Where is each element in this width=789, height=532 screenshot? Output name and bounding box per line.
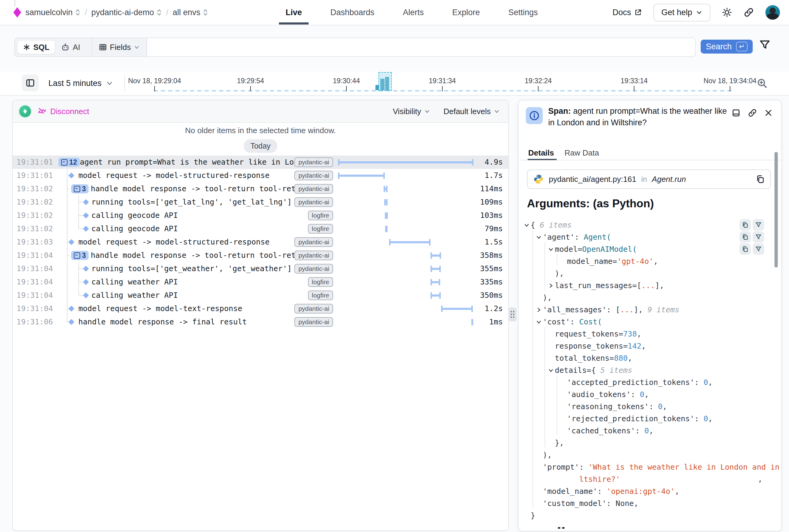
time-range-label: Last 5 minutes — [49, 79, 102, 88]
logfire-logo-icon[interactable] — [13, 7, 21, 18]
trace-row[interactable]: 19:31:04calling weather APIlogfire350ms — [13, 289, 508, 302]
chevron-right-icon[interactable] — [535, 304, 543, 316]
code-segment: 'audio_tokens': — [567, 388, 640, 401]
breadcrumb-org[interactable]: samuelcolvin — [25, 8, 80, 17]
trace-row-tag[interactable]: pydantic-ai — [294, 251, 333, 260]
code-segment: 0 — [644, 425, 649, 437]
chevron-down-icon[interactable] — [523, 219, 531, 231]
trace-row[interactable]: 19:31:02calling geocode APIlogfire79ms — [13, 222, 508, 235]
breadcrumb-org-label: samuelcolvin — [25, 8, 73, 17]
chevron-down-icon[interactable] — [547, 364, 555, 377]
nav-tab-settings[interactable]: Settings — [507, 1, 539, 24]
nav-tab-live[interactable]: Live — [284, 1, 303, 24]
breadcrumb-project[interactable]: pydantic-ai-demo — [91, 8, 162, 17]
trace-row-tag[interactable]: pydantic-ai — [294, 197, 333, 207]
trace-row-duration: 1.2s — [485, 302, 503, 315]
get-help-button[interactable]: Get help — [653, 4, 710, 21]
trace-row-tag[interactable]: pydantic-ai — [294, 304, 333, 314]
trace-row[interactable]: 19:31:04running tools=['get_weather', 'g… — [13, 262, 508, 276]
trace-row-tag[interactable]: pydantic-ai — [294, 264, 333, 273]
trace-row-tag[interactable]: pydantic-ai — [294, 184, 333, 194]
copy-value-button[interactable] — [739, 219, 751, 231]
breadcrumb-env[interactable]: all envs — [173, 8, 208, 17]
header-actions: Docs Get help — [612, 0, 780, 25]
filter-value-button[interactable] — [753, 219, 764, 231]
code-line: 'accepted_prediction_tokens': 0, — [520, 377, 779, 388]
collapse-badge[interactable]: 3 — [71, 184, 89, 193]
close-panel-button[interactable] — [764, 108, 773, 117]
trace-row-tag[interactable]: logfire — [308, 277, 333, 287]
chevron-right-icon[interactable] — [547, 280, 555, 292]
trace-row[interactable]: 19:31:02calling geocode APIlogfire103ms — [13, 209, 508, 222]
disconnect-button[interactable]: Disconnect — [38, 107, 89, 116]
copy-source-button[interactable] — [756, 175, 765, 184]
theme-toggle-button[interactable] — [722, 7, 732, 18]
fields-dropdown[interactable]: Fields — [92, 38, 147, 56]
trace-row-tag[interactable]: logfire — [308, 211, 333, 220]
trace-row[interactable]: 19:31:06handle model response -> final r… — [13, 315, 508, 329]
code-segment: { — [531, 219, 540, 231]
trace-row-tag[interactable]: pydantic-ai — [294, 237, 333, 247]
trace-row[interactable]: 19:31:03model request -> model-structure… — [13, 235, 508, 249]
zoom-in-button[interactable] — [756, 77, 768, 89]
main-nav: Live Dashboards Alerts Explore Settings — [284, 0, 539, 25]
copy-value-button[interactable] — [739, 243, 751, 255]
docs-link[interactable]: Docs — [612, 8, 642, 17]
ai-mode-button[interactable]: AI — [55, 41, 86, 54]
trace-row-tag[interactable]: logfire — [308, 224, 333, 234]
trace-row[interactable]: 19:31:02running tools=['get_lat_lng', 'g… — [13, 195, 508, 209]
trace-row-tag[interactable]: pydantic-ai — [294, 171, 333, 180]
nav-tab-alerts[interactable]: Alerts — [402, 1, 425, 24]
trace-row[interactable]: 19:31:01model request -> model-structure… — [13, 169, 508, 182]
gantt-bar — [338, 175, 385, 177]
default-levels-dropdown[interactable]: Default levels — [443, 107, 500, 116]
share-link-button[interactable] — [744, 7, 754, 18]
live-trace-panel: Disconnect Visibility Default levels No … — [12, 100, 509, 531]
filter-value-button[interactable] — [753, 231, 764, 243]
sidebar-toggle-button[interactable] — [22, 74, 39, 91]
trace-row-tag[interactable]: logfire — [308, 290, 333, 300]
trace-row-tag[interactable]: pydantic-ai — [294, 157, 333, 167]
filter-value-button[interactable] — [753, 243, 764, 255]
trace-row[interactable]: 19:31:0112agent run prompt=What is the w… — [13, 155, 508, 169]
copy-value-button[interactable] — [739, 231, 751, 243]
collapse-badge[interactable]: 12 — [58, 158, 80, 167]
selector-icon — [75, 8, 80, 16]
nav-tab-dashboards[interactable]: Dashboards — [329, 1, 376, 24]
histogram-selection[interactable] — [379, 72, 392, 91]
panel-resize-handle[interactable] — [508, 307, 516, 321]
filter-button[interactable] — [759, 39, 771, 51]
scrollbar-thumb[interactable] — [774, 152, 778, 267]
nav-tab-explore[interactable]: Explore — [451, 1, 481, 24]
code-segment: 738 — [623, 328, 637, 340]
code-segment: , — [644, 388, 649, 401]
dock-bottom-button[interactable] — [732, 108, 740, 117]
search-button[interactable]: Search ↵ — [701, 40, 753, 54]
sql-mode-button[interactable]: SQL — [17, 40, 55, 54]
trace-row[interactable]: 19:31:043handle model response -> tool-r… — [13, 249, 508, 262]
today-button[interactable]: Today — [244, 139, 277, 153]
user-avatar[interactable] — [765, 5, 780, 20]
trace-row-list: 19:31:0112agent run prompt=What is the w… — [13, 155, 508, 329]
visibility-dropdown[interactable]: Visibility — [393, 107, 430, 116]
trace-row[interactable]: 19:31:023handle model response -> tool-r… — [13, 182, 508, 195]
tab-details[interactable]: Details — [528, 148, 554, 158]
chevron-down-icon[interactable] — [547, 243, 555, 255]
copy-link-button[interactable] — [748, 108, 757, 117]
code-line: ), — [520, 449, 779, 461]
tab-raw-data[interactable]: Raw Data — [564, 148, 599, 158]
trace-row[interactable]: 19:31:04calling weather APIlogfire335ms — [13, 276, 508, 289]
collapse-badge[interactable]: 3 — [71, 251, 89, 260]
chevron-down-icon[interactable] — [535, 231, 543, 243]
tree-connector-stub — [67, 255, 70, 256]
source-location[interactable]: pydantic_ai/agent.py:161 in Agent.run — [527, 169, 771, 189]
trace-row[interactable]: 19:31:04model request -> model-text-resp… — [13, 302, 508, 315]
timeline-strip[interactable]: Last 5 minutes Nov 18, 19:29:0419:29:541… — [0, 71, 789, 96]
trace-row-tag[interactable]: pydantic-ai — [294, 317, 333, 327]
code-segment: { — [591, 364, 600, 377]
trace-row-duration: 355ms — [480, 262, 503, 276]
time-range-dropdown[interactable]: Last 5 minutes — [49, 71, 113, 95]
search-input[interactable] — [147, 38, 685, 55]
code-segment: None, — [616, 497, 638, 510]
chevron-down-icon[interactable] — [535, 316, 543, 328]
